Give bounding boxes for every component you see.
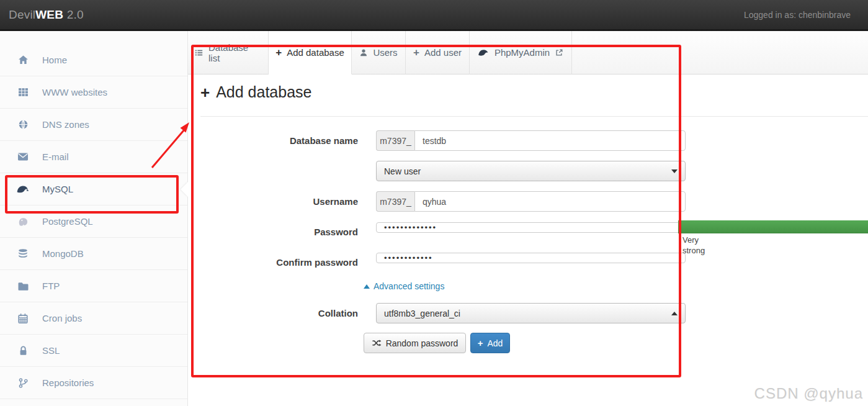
collation-label: Collation: [200, 303, 358, 323]
git-branch-icon: [15, 377, 31, 389]
postgresql-elephant-icon: [15, 216, 31, 227]
sidebar-item-ssl[interactable]: SSL: [0, 335, 187, 367]
collation-row: Collation utf8mb3_general_ci: [200, 303, 686, 323]
plus-icon: +: [413, 47, 419, 58]
brand-prefix: Devil: [9, 8, 35, 21]
grid-icon: [15, 87, 31, 98]
random-password-label: Random password: [386, 338, 459, 348]
sidebar-menu: Home WWW websites DNS zones E-mail MySQL…: [0, 31, 187, 399]
tab-label: PhpMyAdmin: [494, 47, 550, 58]
confirm-password-label: Confirm password: [200, 252, 358, 273]
tab-label: Add user: [424, 47, 462, 58]
triangle-up-icon: [364, 284, 370, 289]
tab-users[interactable]: Users: [352, 31, 406, 74]
database-prefix-addon: m7397_: [376, 130, 414, 151]
tabstrip-filler: [572, 31, 868, 74]
sidebar-item-label: SSL: [42, 345, 60, 356]
sidebar-item-label: E-mail: [42, 151, 69, 162]
envelope-icon: [15, 151, 31, 163]
caret-up-icon: [671, 312, 678, 315]
caret-down-icon: [671, 169, 678, 173]
brand-version: 2.0: [63, 8, 84, 21]
confirm-password-row: Confirm password: [200, 252, 686, 273]
home-icon: [15, 55, 31, 66]
collation-select-value: utf8mb3_general_ci: [384, 309, 460, 318]
database-name-label: Database name: [200, 130, 358, 151]
password-row: Password: [200, 222, 686, 242]
plus-icon: +: [200, 84, 210, 101]
sidebar-item-label: Home: [42, 55, 67, 65]
folder-icon: [15, 281, 31, 292]
sidebar-item-dns-zones[interactable]: DNS zones: [0, 109, 187, 141]
lock-icon: [15, 345, 31, 356]
sidebar-item-postgresql[interactable]: PostgreSQL: [0, 205, 187, 238]
user-mode-select[interactable]: New user: [376, 161, 686, 181]
sidebar-item-label: MySQL: [42, 184, 73, 194]
plus-icon: +: [478, 338, 483, 348]
sidebar-item-cron-jobs[interactable]: Cron jobs: [0, 302, 187, 335]
database-stack-icon: [15, 248, 31, 259]
sidebar-item-home[interactable]: Home: [0, 44, 187, 76]
watermark: CSDN @qyhua: [754, 385, 863, 402]
database-name-input[interactable]: [414, 130, 686, 151]
username-prefix-addon: m7397_: [376, 191, 414, 212]
devilweb-app: DevilWEB 2.0 Logged in as: chenbinbrave …: [0, 0, 868, 406]
tab-add-user[interactable]: + Add user: [406, 31, 470, 74]
tab-label: Database list: [208, 42, 262, 63]
tab-phpmyadmin[interactable]: PhpMyAdmin: [470, 31, 572, 74]
username-input[interactable]: [414, 191, 686, 212]
sidebar-item-ftp[interactable]: FTP: [0, 270, 187, 302]
main-content: Database list + Add database Users + Add…: [188, 31, 868, 406]
database-name-row: Database name m7397_: [200, 130, 686, 151]
calendar-icon: [15, 313, 31, 324]
password-strength-label: Very strong: [682, 235, 721, 256]
advanced-settings-link[interactable]: Advanced settings: [364, 281, 444, 291]
add-button-label: Add: [487, 338, 503, 348]
username-row: Username m7397_: [200, 191, 686, 212]
page-title-text: Add database: [216, 83, 311, 101]
sidebar-item-label: FTP: [42, 281, 60, 291]
mysql-tabs: Database list + Add database Users + Add…: [188, 31, 868, 74]
add-button[interactable]: + Add: [470, 333, 510, 353]
globe-icon: [15, 119, 31, 130]
mysql-dolphin-icon: [478, 48, 490, 57]
sidebar-item-label: Cron jobs: [42, 313, 82, 323]
password-label: Password: [200, 222, 358, 242]
confirm-password-input[interactable]: [376, 253, 686, 263]
brand-bold: WEB: [35, 8, 63, 21]
sidebar-item-label: Repositories: [42, 377, 94, 388]
advanced-settings-label: Advanced settings: [374, 281, 444, 291]
tab-add-database[interactable]: + Add database: [269, 31, 352, 74]
username-label: Username: [200, 191, 358, 212]
collation-select[interactable]: utf8mb3_general_ci: [376, 303, 686, 323]
sidebar-item-label: DNS zones: [42, 119, 89, 130]
random-password-button[interactable]: Random password: [364, 333, 466, 353]
sidebar-item-label: MongoDB: [42, 248, 84, 259]
mysql-dolphin-icon: [15, 184, 31, 195]
logged-in-status: Logged in as: chenbinbrave: [744, 10, 851, 20]
external-link-icon: [555, 48, 563, 57]
sidebar-item-mysql[interactable]: MySQL: [0, 173, 187, 205]
app-logo: DevilWEB 2.0: [9, 8, 84, 22]
sidebar-item-email[interactable]: E-mail: [0, 141, 187, 173]
sidebar-item-label: PostgreSQL: [42, 216, 93, 227]
user-icon: [359, 48, 368, 57]
sidebar: Home WWW websites DNS zones E-mail MySQL…: [0, 31, 188, 406]
tab-label: Users: [373, 47, 397, 58]
password-input[interactable]: [376, 222, 686, 233]
user-mode-row: New user: [200, 161, 686, 181]
tab-database-list[interactable]: Database list: [188, 31, 269, 74]
sidebar-item-mongodb[interactable]: MongoDB: [0, 238, 187, 270]
page-title: + Add database: [200, 83, 868, 117]
sidebar-item-label: WWW websites: [42, 87, 107, 97]
password-strength-bar: [678, 220, 868, 233]
plus-icon: +: [275, 47, 282, 58]
top-bar: DevilWEB 2.0 Logged in as: chenbinbrave: [0, 0, 868, 31]
user-mode-select-value: New user: [384, 166, 421, 176]
sidebar-item-www-websites[interactable]: WWW websites: [0, 76, 187, 109]
list-icon: [194, 48, 204, 57]
active-item-pointer: [181, 182, 188, 197]
shuffle-icon: [372, 338, 382, 348]
sidebar-item-repositories[interactable]: Repositories: [0, 367, 187, 399]
tab-label: Add database: [287, 47, 344, 58]
